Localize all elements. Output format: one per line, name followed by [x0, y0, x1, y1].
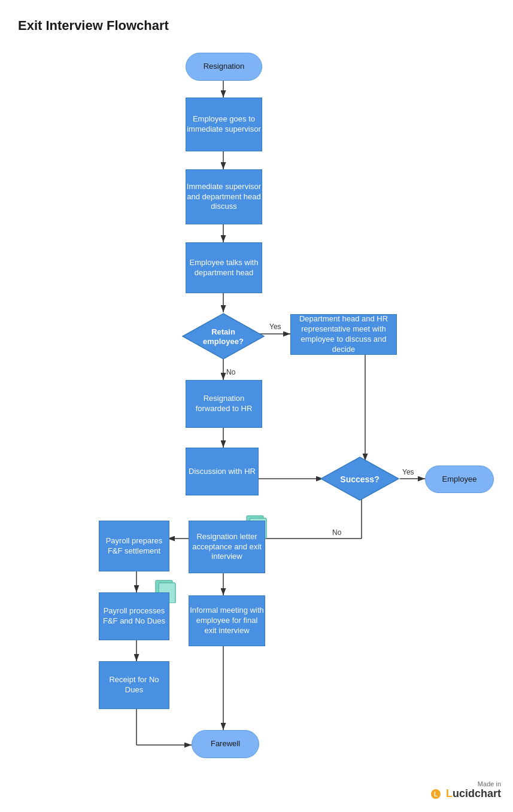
svg-text:No: No: [332, 528, 342, 537]
svg-text:Retain: Retain: [211, 327, 235, 336]
resignation-node: Resignation: [186, 53, 262, 81]
informal-meeting-node: Informal meeting with employee for final…: [189, 595, 265, 646]
payroll-ff-node: Payroll prepares F&F settlement: [99, 521, 169, 571]
supervisor-discuss-node: Immediate supervisor and department head…: [186, 169, 262, 224]
svg-marker-24: [183, 314, 264, 359]
resignation-hr-node: Resignation forwarded to HR: [186, 380, 262, 428]
svg-text:Yes: Yes: [269, 323, 281, 331]
svg-text:No: No: [226, 368, 236, 376]
payroll-process-node: Payroll processes F&F and No Dues: [99, 592, 169, 640]
resignation-letter-node: Resignation letter acceptance and exit i…: [189, 521, 265, 573]
receipt-no-dues-node: Receipt for No Dues: [99, 661, 169, 709]
svg-text:employee?: employee?: [203, 337, 244, 346]
lucidchart-badge: Made in L Lucidchart: [430, 780, 501, 800]
svg-text:L: L: [434, 791, 438, 798]
svg-text:Success?: Success?: [340, 475, 379, 484]
employee-supervisor-node: Employee goes to immediate supervisor: [186, 98, 262, 151]
page-title: Exit Interview Flowchart: [18, 18, 169, 34]
dept-hr-meet-node: Department head and HR representative me…: [290, 314, 397, 355]
employee-oval-node: Employee: [425, 466, 494, 493]
employee-dept-node: Employee talks with department head: [186, 242, 262, 293]
farewell-node: Farewell: [192, 730, 259, 758]
svg-text:Yes: Yes: [402, 468, 414, 476]
discussion-hr-node: Discussion with HR: [186, 448, 259, 495]
